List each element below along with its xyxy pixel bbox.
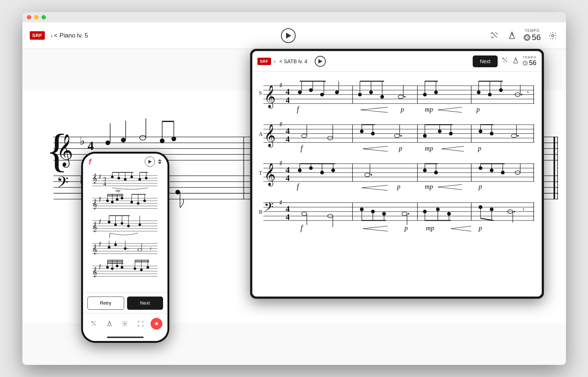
phone-star-icon[interactable]: ★ xyxy=(151,318,162,330)
tempo-label: TEMPO xyxy=(525,29,540,33)
svg-point-43 xyxy=(175,190,180,194)
tablet-tempo: TEMPO 56 xyxy=(523,55,536,67)
svg-text:♯: ♯ xyxy=(279,159,282,167)
svg-text:𝄞: 𝄞 xyxy=(92,267,97,277)
phone-metronome-icon[interactable] xyxy=(104,318,115,330)
phone-scroll-arrows[interactable] xyxy=(158,159,162,164)
star-glyph: ★ xyxy=(154,320,159,327)
svg-text:p: p xyxy=(477,145,481,152)
tablet-header-center xyxy=(315,56,326,67)
svg-text:4: 4 xyxy=(103,181,106,187)
tablet-title: < SATB lv. 4 xyxy=(279,58,307,64)
tablet-header-right: Next TEMPO xyxy=(473,55,537,67)
svg-point-300 xyxy=(513,211,515,212)
tablet-back-arrow: ‹ xyxy=(274,58,276,64)
svg-text:4: 4 xyxy=(285,96,289,105)
desktop-title: < Piano lv. 5 xyxy=(54,32,88,39)
svg-text:T: T xyxy=(259,170,262,176)
svg-text:p: p xyxy=(400,106,404,113)
metronome-icon[interactable] xyxy=(506,30,518,42)
tablet-tempo-label: TEMPO xyxy=(523,55,536,59)
tablet-play-button[interactable] xyxy=(315,56,326,67)
tablet-clock-icon xyxy=(523,61,528,66)
svg-text:𝄞: 𝄞 xyxy=(57,134,73,168)
svg-text:♯: ♯ xyxy=(98,244,100,248)
tablet-wand-icon[interactable] xyxy=(501,57,509,66)
phone-toolbar: ★ xyxy=(83,313,167,334)
desktop-back-button[interactable]: ‹ < Piano lv. 5 xyxy=(51,32,88,39)
svg-text:B: B xyxy=(259,209,262,215)
svg-text:p: p xyxy=(476,106,480,113)
maximize-button[interactable] xyxy=(42,15,46,19)
svg-text:mp: mp xyxy=(426,225,434,232)
desktop-logo: SRF xyxy=(30,31,45,40)
tablet-next-button[interactable]: Next xyxy=(473,55,498,67)
svg-text:p: p xyxy=(398,145,402,152)
play-icon xyxy=(286,33,291,39)
svg-text:p: p xyxy=(404,225,408,232)
phone-screen: f 𝄞 ♯ ♯ xyxy=(83,154,167,341)
svg-point-277 xyxy=(408,213,409,215)
wand-icon[interactable] xyxy=(488,30,500,42)
svg-point-425 xyxy=(124,323,126,324)
phone-play-icon xyxy=(148,160,152,164)
svg-point-3 xyxy=(552,35,554,37)
close-button[interactable] xyxy=(27,15,31,19)
desktop-header-center xyxy=(88,28,488,43)
svg-text:mp: mp xyxy=(425,183,433,190)
desktop-header: SRF ‹ < Piano lv. 5 xyxy=(22,22,566,49)
desktop-header-right: TEMPO 56 xyxy=(488,29,558,42)
svg-text:𝄞: 𝄞 xyxy=(264,163,275,187)
tablet-sheet-music: S 𝄞 ♯ 4 4 xyxy=(252,72,542,297)
svg-text:♯: ♯ xyxy=(279,198,282,207)
svg-text:𝄢: 𝄢 xyxy=(57,174,69,195)
svg-text:p: p xyxy=(396,183,400,190)
phone-sheet-area: 𝄞 ♯ ♯ 3 4 xyxy=(83,170,167,292)
tablet-play-icon xyxy=(318,59,322,64)
phone-device: f 𝄞 ♯ ♯ xyxy=(81,152,169,343)
settings-icon[interactable] xyxy=(547,30,559,42)
satb-score: S 𝄞 ♯ 4 4 xyxy=(256,72,538,297)
tablet-back-button[interactable]: ‹ < SATB lv. 4 xyxy=(274,58,307,64)
tablet-metronome-icon[interactable] xyxy=(512,57,519,66)
phone-f-icon: f xyxy=(89,158,91,166)
minimize-button[interactable] xyxy=(34,15,39,19)
svg-point-114 xyxy=(309,88,313,92)
svg-text:4: 4 xyxy=(285,212,289,222)
svg-text:𝄢: 𝄢 xyxy=(264,200,274,217)
phone-home-indicator xyxy=(83,334,167,341)
svg-text:♯: ♯ xyxy=(98,221,100,225)
phone-score: 𝄞 ♯ ♯ 3 4 xyxy=(83,170,167,292)
tablet-tempo-number: 56 xyxy=(529,59,536,67)
svg-text:mp: mp xyxy=(425,145,433,152)
svg-point-131 xyxy=(404,96,405,98)
desktop-tempo: TEMPO 56 xyxy=(524,29,541,42)
svg-point-119 xyxy=(335,90,339,94)
svg-text:♭: ♭ xyxy=(80,135,85,147)
scroll-up-icon xyxy=(158,159,162,161)
svg-text:mp: mp xyxy=(425,106,433,113)
svg-text:p: p xyxy=(478,225,482,232)
phone-settings-icon[interactable] xyxy=(119,318,131,330)
phone-expand-icon[interactable] xyxy=(135,318,147,330)
svg-text:𝄞: 𝄞 xyxy=(92,199,97,209)
svg-text:𝄞: 𝄞 xyxy=(264,124,275,148)
svg-point-116 xyxy=(320,93,324,96)
desktop-play-button[interactable] xyxy=(281,28,296,43)
tablet-screen: SRF ‹ < SATB lv. 4 Next xyxy=(252,51,542,297)
svg-text:4: 4 xyxy=(285,173,289,183)
clock-icon xyxy=(524,34,530,41)
phone-play-button[interactable] xyxy=(145,157,155,167)
phone-controls xyxy=(145,157,162,167)
svg-point-112 xyxy=(298,90,302,94)
phone-next-button[interactable]: Next xyxy=(127,297,163,310)
svg-point-180 xyxy=(400,135,402,137)
phone-wand-icon[interactable] xyxy=(88,318,100,330)
svg-text:♪: ♪ xyxy=(149,246,151,251)
home-indicator-bar xyxy=(107,337,144,338)
svg-point-390 xyxy=(127,248,128,249)
svg-point-15 xyxy=(105,140,110,145)
retry-button[interactable]: Retry xyxy=(87,297,124,310)
svg-text:p: p xyxy=(478,183,482,190)
mac-window: SRF ‹ < Piano lv. 5 xyxy=(22,12,566,365)
